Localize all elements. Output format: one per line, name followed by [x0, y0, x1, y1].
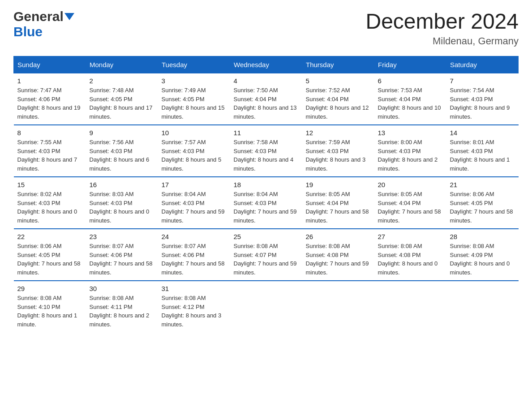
day-info: Sunrise: 8:08 AM Sunset: 4:08 PM Dayligh… [378, 242, 443, 277]
day-number: 11 [234, 129, 299, 137]
weekday-header-sunday: Sunday [14, 56, 86, 73]
week-row-2: 8 Sunrise: 7:55 AM Sunset: 4:03 PM Dayli… [14, 125, 519, 177]
day-number: 19 [306, 181, 371, 188]
weekday-header-friday: Friday [374, 56, 446, 73]
table-cell: 9 Sunrise: 7:56 AM Sunset: 4:03 PM Dayli… [86, 125, 158, 177]
logo: General Blue [13, 9, 74, 39]
day-number: 2 [90, 77, 154, 85]
weekday-header-saturday: Saturday [446, 56, 519, 73]
day-number: 13 [378, 129, 443, 137]
table-cell: 14 Sunrise: 8:01 AM Sunset: 4:03 PM Dayl… [446, 125, 519, 177]
table-cell: 18 Sunrise: 8:04 AM Sunset: 4:03 PM Dayl… [230, 177, 302, 229]
day-number: 18 [234, 181, 299, 188]
day-info: Sunrise: 8:03 AM Sunset: 4:03 PM Dayligh… [90, 190, 154, 225]
table-cell [446, 281, 519, 332]
day-info: Sunrise: 7:50 AM Sunset: 4:04 PM Dayligh… [234, 86, 299, 121]
day-info: Sunrise: 7:57 AM Sunset: 4:03 PM Dayligh… [162, 138, 227, 173]
day-number: 1 [17, 77, 82, 85]
logo-arrow-icon [64, 13, 74, 20]
day-number: 28 [450, 233, 515, 240]
day-number: 22 [17, 233, 82, 240]
calendar-header: SundayMondayTuesdayWednesdayThursdayFrid… [14, 56, 519, 73]
day-number: 27 [378, 233, 443, 240]
table-cell: 12 Sunrise: 7:59 AM Sunset: 4:03 PM Dayl… [302, 125, 374, 177]
table-cell: 26 Sunrise: 8:08 AM Sunset: 4:08 PM Dayl… [302, 229, 374, 281]
weekday-header-wednesday: Wednesday [230, 56, 302, 73]
logo-blue: Blue [13, 24, 43, 39]
day-info: Sunrise: 8:04 AM Sunset: 4:03 PM Dayligh… [234, 190, 299, 225]
day-info: Sunrise: 7:56 AM Sunset: 4:03 PM Dayligh… [90, 138, 154, 173]
day-info: Sunrise: 8:07 AM Sunset: 4:06 PM Dayligh… [90, 242, 154, 277]
day-number: 3 [162, 77, 227, 85]
weekday-header-monday: Monday [86, 56, 158, 73]
day-info: Sunrise: 8:00 AM Sunset: 4:03 PM Dayligh… [378, 138, 443, 173]
day-info: Sunrise: 8:05 AM Sunset: 4:04 PM Dayligh… [378, 190, 443, 225]
day-number: 29 [17, 285, 82, 292]
table-cell: 28 Sunrise: 8:08 AM Sunset: 4:09 PM Dayl… [446, 229, 519, 281]
day-number: 7 [450, 77, 515, 85]
weekday-header-thursday: Thursday [302, 56, 374, 73]
day-number: 15 [17, 181, 82, 188]
table-cell: 17 Sunrise: 8:04 AM Sunset: 4:03 PM Dayl… [158, 177, 230, 229]
title-block: December 2024 Mildenau, Germany [365, 9, 519, 47]
day-info: Sunrise: 7:48 AM Sunset: 4:05 PM Dayligh… [90, 86, 154, 121]
day-info: Sunrise: 8:08 AM Sunset: 4:11 PM Dayligh… [90, 294, 154, 329]
table-cell: 1 Sunrise: 7:47 AM Sunset: 4:06 PM Dayli… [14, 73, 86, 125]
day-info: Sunrise: 7:52 AM Sunset: 4:04 PM Dayligh… [306, 86, 371, 121]
day-info: Sunrise: 8:08 AM Sunset: 4:09 PM Dayligh… [450, 242, 515, 277]
day-info: Sunrise: 8:08 AM Sunset: 4:10 PM Dayligh… [17, 294, 82, 329]
table-cell: 15 Sunrise: 8:02 AM Sunset: 4:03 PM Dayl… [14, 177, 86, 229]
day-number: 17 [162, 181, 227, 188]
day-number: 24 [162, 233, 227, 240]
table-cell [374, 281, 446, 332]
day-number: 23 [90, 233, 154, 240]
table-cell: 5 Sunrise: 7:52 AM Sunset: 4:04 PM Dayli… [302, 73, 374, 125]
table-cell: 11 Sunrise: 7:58 AM Sunset: 4:03 PM Dayl… [230, 125, 302, 177]
day-info: Sunrise: 8:08 AM Sunset: 4:12 PM Dayligh… [162, 294, 227, 329]
table-cell: 7 Sunrise: 7:54 AM Sunset: 4:03 PM Dayli… [446, 73, 519, 125]
day-number: 6 [378, 77, 443, 85]
day-info: Sunrise: 8:05 AM Sunset: 4:04 PM Dayligh… [306, 190, 371, 225]
day-info: Sunrise: 8:01 AM Sunset: 4:03 PM Dayligh… [450, 138, 515, 173]
day-info: Sunrise: 7:55 AM Sunset: 4:03 PM Dayligh… [17, 138, 82, 173]
table-cell: 30 Sunrise: 8:08 AM Sunset: 4:11 PM Dayl… [86, 281, 158, 332]
day-info: Sunrise: 8:06 AM Sunset: 4:05 PM Dayligh… [17, 242, 82, 277]
calendar-title: December 2024 [365, 9, 519, 34]
week-row-1: 1 Sunrise: 7:47 AM Sunset: 4:06 PM Dayli… [14, 73, 519, 125]
day-number: 9 [90, 129, 154, 137]
table-cell: 16 Sunrise: 8:03 AM Sunset: 4:03 PM Dayl… [86, 177, 158, 229]
table-cell [230, 281, 302, 332]
day-number: 25 [234, 233, 299, 240]
table-cell: 6 Sunrise: 7:53 AM Sunset: 4:04 PM Dayli… [374, 73, 446, 125]
day-info: Sunrise: 7:47 AM Sunset: 4:06 PM Dayligh… [17, 86, 82, 121]
table-cell: 24 Sunrise: 8:07 AM Sunset: 4:06 PM Dayl… [158, 229, 230, 281]
table-cell: 10 Sunrise: 7:57 AM Sunset: 4:03 PM Dayl… [158, 125, 230, 177]
page-header: General Blue December 2024 Mildenau, Ger… [13, 9, 519, 47]
day-number: 10 [162, 129, 227, 137]
table-cell: 4 Sunrise: 7:50 AM Sunset: 4:04 PM Dayli… [230, 73, 302, 125]
table-cell: 25 Sunrise: 8:08 AM Sunset: 4:07 PM Dayl… [230, 229, 302, 281]
table-cell: 20 Sunrise: 8:05 AM Sunset: 4:04 PM Dayl… [374, 177, 446, 229]
day-info: Sunrise: 8:08 AM Sunset: 4:07 PM Dayligh… [234, 242, 299, 277]
day-number: 12 [306, 129, 371, 137]
table-cell: 3 Sunrise: 7:49 AM Sunset: 4:05 PM Dayli… [158, 73, 230, 125]
day-number: 14 [450, 129, 515, 137]
table-cell: 13 Sunrise: 8:00 AM Sunset: 4:03 PM Dayl… [374, 125, 446, 177]
day-number: 21 [450, 181, 515, 188]
calendar-subtitle: Mildenau, Germany [365, 35, 519, 47]
day-info: Sunrise: 8:08 AM Sunset: 4:08 PM Dayligh… [306, 242, 371, 277]
table-cell: 27 Sunrise: 8:08 AM Sunset: 4:08 PM Dayl… [374, 229, 446, 281]
day-number: 26 [306, 233, 371, 240]
table-cell: 22 Sunrise: 8:06 AM Sunset: 4:05 PM Dayl… [14, 229, 86, 281]
table-cell: 8 Sunrise: 7:55 AM Sunset: 4:03 PM Dayli… [14, 125, 86, 177]
table-cell: 21 Sunrise: 8:06 AM Sunset: 4:05 PM Dayl… [446, 177, 519, 229]
table-cell: 19 Sunrise: 8:05 AM Sunset: 4:04 PM Dayl… [302, 177, 374, 229]
day-info: Sunrise: 7:59 AM Sunset: 4:03 PM Dayligh… [306, 138, 371, 173]
day-number: 31 [162, 285, 227, 292]
day-number: 20 [378, 181, 443, 188]
day-info: Sunrise: 7:58 AM Sunset: 4:03 PM Dayligh… [234, 138, 299, 173]
week-row-5: 29 Sunrise: 8:08 AM Sunset: 4:10 PM Dayl… [14, 281, 519, 332]
table-cell: 29 Sunrise: 8:08 AM Sunset: 4:10 PM Dayl… [14, 281, 86, 332]
logo-general: General [13, 9, 64, 24]
week-row-3: 15 Sunrise: 8:02 AM Sunset: 4:03 PM Dayl… [14, 177, 519, 229]
